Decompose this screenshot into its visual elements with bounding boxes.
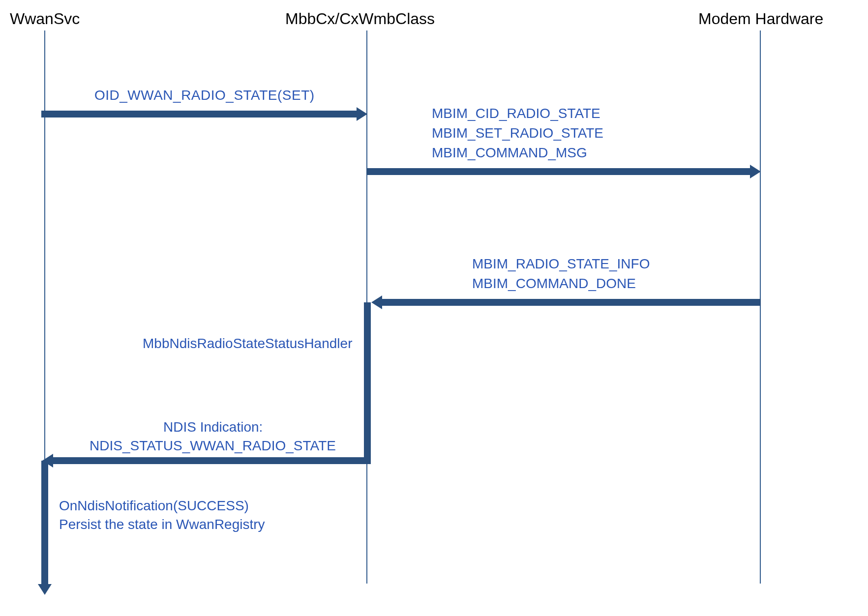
arrowhead-oid-set: [357, 107, 367, 121]
arrowhead-mbim-cmd: [750, 165, 761, 178]
arrow-mbim-cmd: [366, 168, 751, 175]
label-ndis-ind1: NDIS Indication:: [163, 418, 263, 437]
activation-wwansvc: [41, 461, 48, 585]
lifeline-modem: [760, 30, 761, 584]
arrow-ndis-status: [52, 457, 371, 464]
label-handler: MbbNdisRadioStateStatusHandler: [143, 334, 352, 353]
participant-mbbcx: MbbCx/CxWmbClass: [285, 10, 435, 28]
participant-wwansvc: WwanSvc: [10, 10, 80, 28]
label-mbim-done: MBIM_COMMAND_DONE: [472, 274, 636, 293]
arrowhead-mbim-done: [371, 295, 382, 309]
label-ndis-ind2: NDIS_STATUS_WWAN_RADIO_STATE: [90, 437, 336, 455]
label-oid-set: OID_WWAN_RADIO_STATE(SET): [94, 86, 315, 105]
arrow-mbim-done: [381, 299, 761, 306]
label-mbim-set: MBIM_SET_RADIO_STATE: [432, 124, 603, 143]
label-mbim-cmd: MBIM_COMMAND_MSG: [432, 144, 587, 162]
arrow-oid-set: [41, 111, 359, 117]
participant-modem: Modem Hardware: [698, 10, 823, 28]
label-mbim-cid: MBIM_CID_RADIO_STATE: [432, 104, 600, 123]
arrowhead-wwansvc-down: [38, 584, 52, 595]
activation-mbbcx: [364, 302, 371, 457]
label-persist: Persist the state in WwanRegistry: [59, 515, 265, 534]
label-onndis: OnNdisNotification(SUCCESS): [59, 497, 249, 515]
label-mbim-info: MBIM_RADIO_STATE_INFO: [472, 255, 650, 273]
